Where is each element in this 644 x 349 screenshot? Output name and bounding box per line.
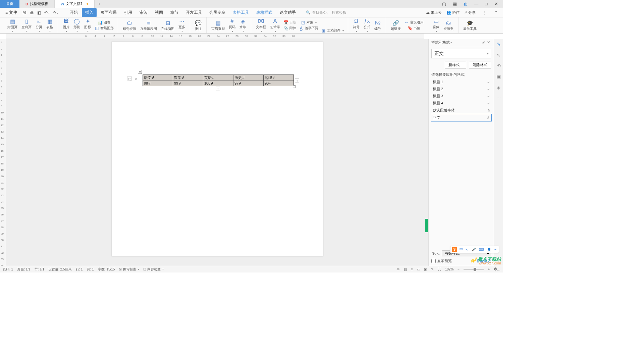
print-icon[interactable]: 🖶: [29, 10, 35, 16]
status-view-page-icon[interactable]: ▤: [404, 267, 407, 271]
grid-icon[interactable]: ▦: [451, 1, 459, 6]
preview-checkbox[interactable]: 显示预览: [431, 258, 452, 263]
style-item-heading3[interactable]: 标题 3↲: [431, 93, 492, 100]
rail-select-icon[interactable]: ↖: [495, 52, 502, 58]
tab-table-tools[interactable]: 表格工具: [229, 8, 252, 17]
chart-button[interactable]: 📊图表: [93, 20, 115, 25]
smartart-button[interactable]: ◫智能图形: [93, 26, 115, 31]
status-page-no[interactable]: 页码: 1: [3, 267, 13, 272]
status-eye-icon[interactable]: 👁: [396, 267, 400, 271]
tab-paper-assistant[interactable]: 论文助手: [276, 8, 299, 17]
header-footer-button[interactable]: ▤页眉页脚: [209, 19, 227, 31]
tab-developer[interactable]: 开发工具: [182, 8, 205, 17]
ime-punct-icon[interactable]: •,: [465, 248, 469, 251]
close-pane-icon[interactable]: ✕: [486, 40, 491, 45]
style-item-default-font[interactable]: 默认段落字体a: [431, 107, 492, 114]
status-position[interactable]: 设置值: 2.5厘米: [48, 267, 71, 272]
current-style-selector[interactable]: 正文 ▾: [431, 49, 491, 58]
vertical-ruler[interactable]: 4212345678910111213141516171819202122232…: [0, 39, 6, 266]
style-item-body[interactable]: 正文↲: [431, 114, 492, 121]
page-number-button[interactable]: #页码: [227, 18, 237, 33]
status-line[interactable]: 行: 1: [76, 267, 83, 272]
table-move-handle[interactable]: ✥: [138, 70, 142, 74]
table-cell[interactable]: 99↲: [173, 81, 203, 86]
icon-button[interactable]: ✦图标: [82, 18, 93, 33]
tab-templates[interactable]: D 找稻壳模板: [19, 0, 55, 8]
status-view-read-icon[interactable]: ▣: [424, 267, 427, 271]
tab-start[interactable]: 开始: [66, 8, 81, 17]
smart-layout-button[interactable]: ✨智能排版: [471, 258, 491, 263]
tab-document[interactable]: W 文字文稿1 •: [55, 0, 95, 8]
undo-icon[interactable]: ↶: [43, 10, 51, 16]
print-preview-icon[interactable]: ◧: [36, 10, 42, 16]
tab-references[interactable]: 引用: [121, 8, 136, 17]
new-style-button[interactable]: 新样式...: [445, 61, 466, 69]
pin-icon[interactable]: ⤢: [481, 40, 486, 45]
zoom-level[interactable]: 102%: [445, 267, 454, 271]
tab-table-style[interactable]: 表格样式: [253, 8, 276, 17]
tab-review[interactable]: 审阅: [136, 8, 151, 17]
status-page[interactable]: 页面: 1/1: [17, 267, 30, 272]
layout-icon[interactable]: ▢: [440, 1, 448, 6]
dropdown-icon[interactable]: ▾: [450, 41, 452, 44]
dropcap-button[interactable]: A̲首字下沉: [298, 26, 320, 31]
tab-section[interactable]: 章节: [167, 8, 182, 17]
horizontal-ruler[interactable]: 642246810121416182022242628303234363840: [6, 34, 424, 39]
table-cell[interactable]: 地理↲: [264, 75, 294, 81]
docpart-button[interactable]: ▣文档部件: [320, 28, 345, 33]
tab-home[interactable]: 首页: [0, 0, 19, 8]
table-cell[interactable]: 100↲: [203, 81, 233, 86]
rail-layers-icon[interactable]: ▣: [495, 73, 502, 80]
table-cell[interactable]: 数学↲: [173, 75, 203, 81]
flowchart-button[interactable]: ⌸在线流程图: [138, 19, 159, 31]
more-menu-icon[interactable]: ⋮: [480, 10, 488, 15]
tab-page-layout[interactable]: 页面布局: [97, 8, 120, 17]
object-button[interactable]: ◳对象: [298, 20, 320, 25]
preview-checkbox-input[interactable]: [431, 259, 436, 263]
tab-member[interactable]: 会员专享: [206, 8, 229, 17]
date-button[interactable]: 📅日期: [282, 20, 298, 25]
status-section[interactable]: 节: 1/1: [35, 267, 44, 272]
status-word-count[interactable]: 字数: 15/15: [98, 267, 115, 272]
maximize-button[interactable]: □: [483, 1, 489, 6]
table-button[interactable]: ▦表格: [44, 18, 55, 33]
ime-skin-icon[interactable]: 👤: [486, 248, 492, 251]
ime-lang[interactable]: 中: [459, 247, 464, 252]
table-outline-button[interactable]: ▢: [127, 77, 132, 81]
data-table[interactable]: 语文↲ 数学↲ 英语↲ 历史↲ 地理↲ 98↲ 99↲ 100↲ 97↲ 96↲: [143, 74, 294, 86]
blank-page-button[interactable]: ▯空白页: [19, 18, 34, 33]
command-search[interactable]: 🔍 查找命令、 搜索模板: [306, 10, 346, 15]
feedback-tab[interactable]: [425, 219, 428, 232]
close-button[interactable]: ✕: [493, 1, 500, 6]
status-view-outline-icon[interactable]: ≡: [411, 267, 413, 271]
textbox-button[interactable]: ⌧文本框: [254, 18, 268, 33]
more-button[interactable]: ⋯更多: [176, 18, 187, 33]
minimize-button[interactable]: —: [472, 1, 480, 6]
table-cell[interactable]: 96↲: [264, 81, 294, 86]
attachment-button[interactable]: 📎附件: [282, 26, 298, 31]
status-spellcheck[interactable]: ☒拼写检查: [119, 267, 139, 272]
ime-keyboard-icon[interactable]: ⌨: [478, 248, 485, 251]
crossref-button[interactable]: ↔交叉引用: [403, 20, 425, 25]
cloud-status[interactable]: ☁未上云: [426, 10, 442, 15]
ime-toolbar[interactable]: S 中 •, 🎤 ⌨ 👤 ≡: [450, 246, 499, 253]
resource-button[interactable]: 🗂资源夹: [441, 19, 455, 31]
cover-page-button[interactable]: ▤封面页: [5, 18, 19, 33]
style-item-heading4[interactable]: 标题 4↲: [431, 100, 492, 107]
window-form-button[interactable]: ▭窗体: [431, 18, 441, 33]
status-view-web-icon[interactable]: ▭: [417, 267, 420, 271]
status-edit-icon[interactable]: ✎: [431, 267, 434, 271]
zoom-slider[interactable]: [464, 269, 484, 270]
status-fit-icon[interactable]: ⛶: [438, 267, 441, 271]
symbol-button[interactable]: Ω符号: [351, 18, 362, 33]
rail-settings-icon[interactable]: ⟲: [495, 62, 502, 69]
add-row-button[interactable]: ＋: [216, 87, 220, 91]
number-button[interactable]: №编号: [372, 19, 383, 31]
table-cell[interactable]: 98↲: [143, 81, 173, 86]
collab-button[interactable]: 👥协作: [446, 10, 460, 15]
ime-voice-icon[interactable]: 🎤: [471, 248, 477, 251]
table-cell[interactable]: 97↲: [233, 81, 264, 86]
file-menu-button[interactable]: ≡ 文件: [3, 10, 19, 15]
clear-format-button[interactable]: 清除格式: [469, 61, 491, 69]
status-expand-icon[interactable]: �…: [494, 267, 500, 271]
